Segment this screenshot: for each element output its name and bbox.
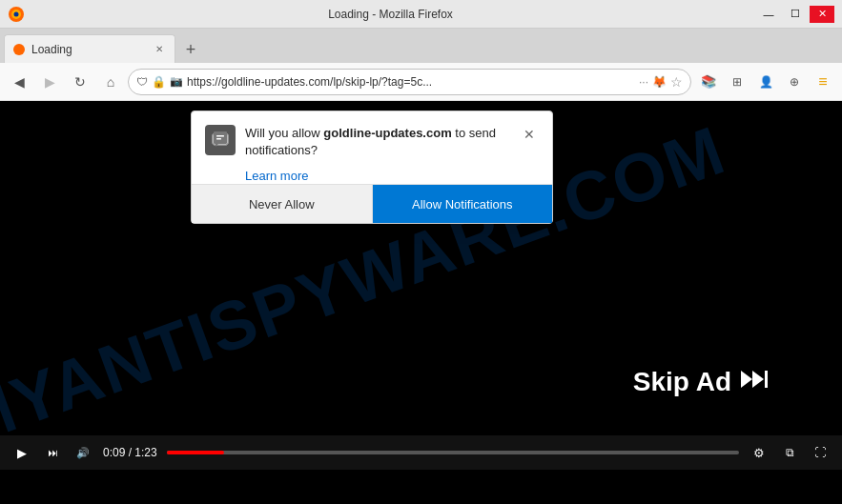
title-bar-left bbox=[8, 6, 25, 23]
settings-button[interactable]: ⚙ bbox=[749, 442, 770, 463]
home-button[interactable]: ⌂ bbox=[97, 69, 124, 95]
tab-close-button[interactable]: ✕ bbox=[152, 42, 167, 57]
container-icon: 🦊 bbox=[652, 75, 667, 89]
svg-rect-10 bbox=[765, 371, 768, 388]
notification-popup: Will you allow goldline-updates.com to s… bbox=[191, 111, 553, 224]
skip-ad-label: Skip Ad bbox=[633, 367, 731, 397]
miniplayer-button[interactable]: ⧉ bbox=[779, 442, 800, 463]
menu-button[interactable]: ≡ bbox=[810, 69, 836, 95]
toolbar-right: 📚 ⊞ 👤 ⊕ ≡ bbox=[695, 69, 836, 95]
svg-point-2 bbox=[14, 11, 19, 16]
never-allow-button[interactable]: Never Allow bbox=[192, 185, 373, 223]
tab-favicon-icon bbox=[12, 43, 26, 56]
new-tab-button[interactable]: + bbox=[177, 36, 204, 63]
volume-button[interactable]: 🔊 bbox=[72, 442, 93, 463]
minimize-button[interactable]: — bbox=[756, 6, 781, 23]
skip-ad-button[interactable]: Skip Ad bbox=[606, 352, 794, 413]
bookmark-icon[interactable]: ☆ bbox=[670, 74, 683, 90]
svg-rect-6 bbox=[216, 135, 224, 137]
url-text: https://goldline-updates.com/lp/skip-lp/… bbox=[187, 75, 635, 89]
popup-close-button[interactable]: ✕ bbox=[520, 125, 539, 144]
svg-marker-8 bbox=[741, 371, 752, 388]
camera-icon: 📷 bbox=[170, 75, 183, 88]
svg-point-3 bbox=[13, 44, 25, 55]
notification-icon bbox=[205, 125, 236, 155]
play-button[interactable]: ▶ bbox=[11, 442, 32, 463]
browser-content: MYANTISPYWARE.COM Will you allow goldlin… bbox=[0, 101, 842, 470]
popup-message-part1: Will you allow bbox=[245, 126, 323, 140]
svg-rect-7 bbox=[216, 138, 221, 140]
firefox-icon bbox=[8, 6, 25, 23]
popup-header: Will you allow goldline-updates.com to s… bbox=[192, 111, 552, 167]
window-controls: — ☐ ✕ bbox=[756, 6, 834, 23]
tab-loading[interactable]: Loading ✕ bbox=[4, 34, 175, 63]
library-button[interactable]: 📚 bbox=[695, 69, 722, 95]
skip-ad-icon bbox=[741, 369, 768, 395]
sidebar-button[interactable]: ⊞ bbox=[724, 69, 750, 95]
next-button[interactable]: ⏭ bbox=[42, 442, 63, 463]
back-button[interactable]: ◀ bbox=[6, 69, 32, 95]
popup-domain: goldline-updates.com bbox=[323, 126, 451, 140]
reload-button[interactable]: ↻ bbox=[67, 69, 93, 95]
window-title: Loading - Mozilla Firefox bbox=[25, 8, 756, 21]
lock-icon: 🔒 bbox=[152, 75, 166, 89]
progress-bar[interactable] bbox=[167, 451, 739, 454]
progress-fill bbox=[167, 451, 224, 454]
address-bar[interactable]: 🛡 🔒 📷 https://goldline-updates.com/lp/sk… bbox=[128, 69, 691, 95]
more-icon: ··· bbox=[639, 75, 648, 89]
tab-bar: Loading ✕ + bbox=[0, 29, 842, 63]
extensions-button[interactable]: ⊕ bbox=[781, 69, 808, 95]
shield-icon: 🛡 bbox=[136, 75, 148, 89]
time-display: 0:09 / 1:23 bbox=[103, 446, 157, 459]
video-controls: ▶ ⏭ 🔊 0:09 / 1:23 ⚙ ⧉ ⛶ bbox=[0, 435, 842, 470]
tab-title: Loading bbox=[31, 43, 146, 56]
popup-buttons: Never Allow Allow Notifications bbox=[192, 184, 552, 223]
forward-button[interactable]: ▶ bbox=[36, 69, 63, 95]
nav-bar: ◀ ▶ ↻ ⌂ 🛡 🔒 📷 https://goldline-updates.c… bbox=[0, 63, 842, 101]
allow-notifications-button[interactable]: Allow Notifications bbox=[373, 185, 553, 223]
sync-button[interactable]: 👤 bbox=[752, 69, 779, 95]
title-bar: Loading - Mozilla Firefox — ☐ ✕ bbox=[0, 0, 842, 29]
close-button[interactable]: ✕ bbox=[810, 6, 834, 23]
fullscreen-button[interactable]: ⛶ bbox=[810, 442, 831, 463]
popup-message: Will you allow goldline-updates.com to s… bbox=[245, 125, 510, 159]
svg-marker-9 bbox=[752, 371, 764, 388]
maximize-button[interactable]: ☐ bbox=[783, 6, 808, 23]
